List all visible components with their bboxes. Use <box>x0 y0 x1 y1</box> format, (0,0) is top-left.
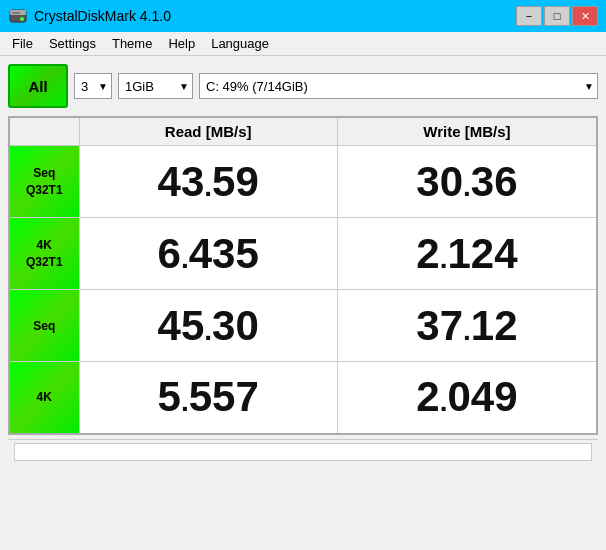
drive-select-wrapper: C: 49% (7/14GiB) ▼ <box>199 73 598 99</box>
app-title: CrystalDiskMark 4.1.0 <box>34 8 171 24</box>
header-empty <box>9 117 79 146</box>
svg-point-2 <box>20 17 24 21</box>
row-label-1[interactable]: 4KQ32T1 <box>9 218 79 290</box>
menu-help[interactable]: Help <box>160 34 203 53</box>
table-row: Seq 45.30 37.12 <box>9 290 597 362</box>
row-label-0[interactable]: SeqQ32T1 <box>9 146 79 218</box>
row-label-text-3: 4K <box>10 390 79 404</box>
row-write-3: 2.049 <box>337 362 597 434</box>
controls-row: All 1 2 3 5 ▼ 512MiB 1GiB 2GiB 4GiB ▼ C:… <box>8 64 598 108</box>
table-row: 4K 5.557 2.049 <box>9 362 597 434</box>
app-icon <box>8 6 28 26</box>
title-bar-left: CrystalDiskMark 4.1.0 <box>8 6 171 26</box>
write-value-1: 2.124 <box>416 230 517 277</box>
menu-theme[interactable]: Theme <box>104 34 160 53</box>
title-bar-controls: − □ ✕ <box>516 6 598 26</box>
main-content: All 1 2 3 5 ▼ 512MiB 1GiB 2GiB 4GiB ▼ C:… <box>0 56 606 473</box>
row-label-2[interactable]: Seq <box>9 290 79 362</box>
table-row: SeqQ32T1 43.59 30.36 <box>9 146 597 218</box>
title-bar: CrystalDiskMark 4.1.0 − □ ✕ <box>0 0 606 32</box>
results-table: Read [MB/s] Write [MB/s] SeqQ32T1 43.59 … <box>8 116 598 435</box>
status-bar <box>8 439 598 465</box>
menu-file[interactable]: File <box>4 34 41 53</box>
close-button[interactable]: ✕ <box>572 6 598 26</box>
row-write-2: 37.12 <box>337 290 597 362</box>
table-header-row: Read [MB/s] Write [MB/s] <box>9 117 597 146</box>
row-label-text-1: 4KQ32T1 <box>10 237 79 271</box>
header-read: Read [MB/s] <box>79 117 337 146</box>
all-button[interactable]: All <box>8 64 68 108</box>
count-select-wrapper: 1 2 3 5 ▼ <box>74 73 112 99</box>
read-value-3: 5.557 <box>158 373 259 420</box>
drive-select[interactable]: C: 49% (7/14GiB) <box>199 73 598 99</box>
read-value-0: 43.59 <box>158 158 259 205</box>
row-write-0: 30.36 <box>337 146 597 218</box>
count-select[interactable]: 1 2 3 5 <box>74 73 112 99</box>
row-label-text-2: Seq <box>10 319 79 333</box>
menu-settings[interactable]: Settings <box>41 34 104 53</box>
row-read-3: 5.557 <box>79 362 337 434</box>
size-select[interactable]: 512MiB 1GiB 2GiB 4GiB <box>118 73 193 99</box>
table-row: 4KQ32T1 6.435 2.124 <box>9 218 597 290</box>
menu-language[interactable]: Language <box>203 34 277 53</box>
write-value-2: 37.12 <box>416 302 517 349</box>
svg-rect-3 <box>12 12 20 14</box>
read-value-1: 6.435 <box>158 230 259 277</box>
write-value-3: 2.049 <box>416 373 517 420</box>
row-label-text-0: SeqQ32T1 <box>10 165 79 199</box>
row-read-0: 43.59 <box>79 146 337 218</box>
maximize-button[interactable]: □ <box>544 6 570 26</box>
size-select-wrapper: 512MiB 1GiB 2GiB 4GiB ▼ <box>118 73 193 99</box>
row-write-1: 2.124 <box>337 218 597 290</box>
minimize-button[interactable]: − <box>516 6 542 26</box>
status-inner <box>14 443 592 461</box>
row-read-1: 6.435 <box>79 218 337 290</box>
header-write: Write [MB/s] <box>337 117 597 146</box>
row-label-3[interactable]: 4K <box>9 362 79 434</box>
row-read-2: 45.30 <box>79 290 337 362</box>
menu-bar: File Settings Theme Help Language <box>0 32 606 56</box>
read-value-2: 45.30 <box>158 302 259 349</box>
write-value-0: 30.36 <box>416 158 517 205</box>
